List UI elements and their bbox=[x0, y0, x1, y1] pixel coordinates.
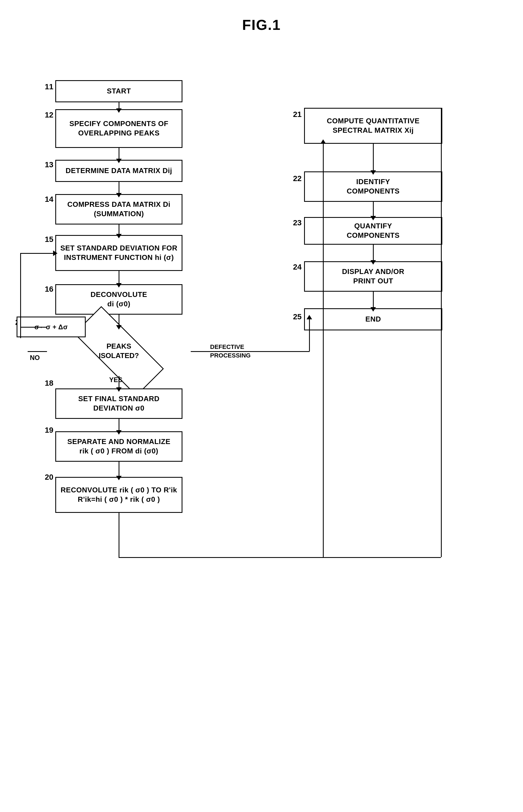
num-22: 22 bbox=[293, 174, 302, 183]
arrow-21-22 bbox=[373, 144, 374, 172]
num-11: 11 bbox=[45, 83, 53, 91]
num-13: 13 bbox=[45, 160, 53, 169]
box-start: START bbox=[55, 80, 182, 102]
flowchart: 11 12 13 14 15 16 17 18 19 20 21 22 23 2… bbox=[0, 41, 523, 812]
box-19: SEPARATE AND NORMALIZErik ( σ0 ) FROM di… bbox=[55, 431, 182, 462]
arrowhead-18-19 bbox=[116, 430, 122, 435]
num-24: 24 bbox=[293, 263, 302, 271]
num-12: 12 bbox=[45, 111, 53, 120]
arrowhead-23-24 bbox=[371, 260, 376, 265]
num-14: 14 bbox=[45, 195, 53, 204]
arrowhead-12-13 bbox=[116, 159, 122, 163]
box-18: SET FINAL STANDARDDEVIATION σ0 bbox=[55, 389, 182, 419]
arrow-22-23 bbox=[373, 202, 374, 217]
num-21: 21 bbox=[293, 110, 302, 119]
arrowhead-defective-up bbox=[307, 315, 312, 319]
page-title: FIG.1 bbox=[0, 0, 523, 41]
arrow-loop-connect bbox=[20, 327, 47, 328]
arrowhead-22-23 bbox=[371, 216, 376, 220]
arrow-12-13 bbox=[119, 148, 120, 160]
arrow-14-15 bbox=[119, 224, 120, 235]
arrow-no-left2 bbox=[28, 351, 47, 352]
box-16: DECONVOLUTEdi (σ0) bbox=[55, 284, 182, 314]
arrow-defective-up bbox=[309, 319, 310, 351]
arrow-19-20 bbox=[119, 462, 120, 477]
label-yes: YES bbox=[109, 376, 123, 384]
num-25: 25 bbox=[293, 312, 302, 321]
arrow-13-14 bbox=[119, 182, 120, 194]
arrowhead-21-22 bbox=[371, 170, 376, 175]
arrow-right-up bbox=[323, 144, 324, 557]
arrowhead-17-18 bbox=[116, 387, 122, 392]
box-24: DISPLAY AND/ORPRINT OUT bbox=[304, 261, 442, 292]
num-15: 15 bbox=[45, 235, 53, 244]
num-19: 19 bbox=[45, 426, 53, 435]
border-bottom-right bbox=[182, 557, 441, 558]
arrow-18-19 bbox=[119, 419, 120, 431]
box-20: RECONVOLUTE rik ( σ0 ) TO R'ikR'ik=hi ( … bbox=[55, 477, 182, 513]
arrow-16-17 bbox=[119, 314, 120, 326]
box-21: COMPUTE QUANTITATIVESPECTRAL MATRIX Xij bbox=[304, 108, 442, 144]
arrowhead-16-17 bbox=[116, 325, 122, 329]
box-14: COMPRESS DATA MATRIX Di(SUMMATION) bbox=[55, 194, 182, 224]
label-no: NO bbox=[30, 354, 40, 362]
arrow-20-down bbox=[119, 513, 120, 557]
num-16: 16 bbox=[45, 285, 53, 294]
arrow-24-25 bbox=[373, 292, 374, 308]
box-13: DETERMINE DATA MATRIX Dij bbox=[55, 160, 182, 182]
arrow-23-24 bbox=[373, 245, 374, 261]
arrow-loop-top bbox=[20, 253, 55, 254]
arrowhead-14-15 bbox=[116, 234, 122, 238]
arrowhead-loop bbox=[53, 251, 57, 256]
arrowhead-right-up bbox=[320, 139, 326, 144]
num-23: 23 bbox=[293, 218, 302, 227]
num-18: 18 bbox=[45, 379, 53, 387]
arrowhead-19-20 bbox=[116, 476, 122, 480]
box-end: END bbox=[304, 308, 442, 330]
arrow-defective-right bbox=[191, 351, 310, 352]
box-15: SET STANDARD DEVIATION FORINSTRUMENT FUN… bbox=[55, 235, 182, 271]
border-right bbox=[441, 108, 442, 557]
arrowhead-24-25 bbox=[371, 307, 376, 311]
arrowhead-11-12 bbox=[116, 108, 122, 113]
arrowhead-15-16 bbox=[116, 283, 122, 288]
box-23: QUANTIFYCOMPONENTS bbox=[304, 217, 442, 245]
arrow-15-16 bbox=[119, 271, 120, 284]
border-top-right bbox=[373, 108, 441, 109]
box-22: IDENTIFYCOMPONENTS bbox=[304, 172, 442, 202]
arrowhead-13-14 bbox=[116, 193, 122, 197]
num-20: 20 bbox=[45, 473, 53, 482]
arrow-loop-left bbox=[20, 253, 21, 317]
box-12: SPECIFY COMPONENTS OFOVERLAPPING PEAKS bbox=[55, 109, 182, 148]
